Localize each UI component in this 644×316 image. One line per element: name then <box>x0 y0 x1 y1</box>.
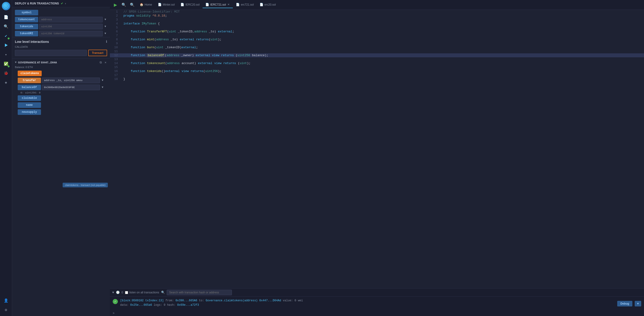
home-tab-icon: 🏠 <box>140 3 144 6</box>
tokenuri-fn-row: tokenURI ▼ <box>12 30 110 37</box>
name-button[interactable]: name <box>18 102 41 108</box>
check-icon: ✔ <box>61 2 63 5</box>
line-num-8: 8 <box>110 38 122 42</box>
search-icon[interactable]: 🔍 <box>2 22 10 31</box>
code-editor[interactable]: 1 // SPDX-License-Identifier: MIT 2 prag… <box>110 10 644 288</box>
line-num-16: 16 <box>110 69 122 73</box>
debug-button[interactable]: Debug <box>617 301 632 306</box>
transfer-chevron-icon[interactable]: ▼ <box>101 79 104 82</box>
compile-icon[interactable]: ✔ <box>2 32 10 40</box>
line-code-1: // SPDX-License-Identifier: MIT <box>122 10 644 14</box>
code-line-18: 18 } <box>110 77 644 81</box>
newsupply-button[interactable]: newsupply <box>18 109 41 115</box>
plugin-icon[interactable]: ✦ <box>2 50 10 59</box>
balanceof-fn-row: balanceOf ▼ <box>15 84 107 91</box>
line-num-3: 3 <box>110 18 122 22</box>
analysis-icon[interactable]: ◈ <box>2 78 10 87</box>
logo-icon[interactable] <box>2 2 10 10</box>
line-num-14: 14 <box>110 61 122 65</box>
low-level-title: Low level interactions <box>15 40 49 44</box>
clock-icon: 🕐 <box>116 290 120 294</box>
balanceof-input[interactable] <box>42 85 100 90</box>
newsupply-fn-row: newsupply <box>15 109 107 116</box>
code-line-2: 2 pragma solidity ^0.8.18; <box>110 14 644 18</box>
code-line-13: 13 <box>110 57 644 61</box>
copy-address-icon[interactable]: ⧉ <box>99 61 102 64</box>
tab-ierc20[interactable]: 📄 IERC20.sol <box>178 2 202 8</box>
tokencount-chevron-icon[interactable]: ▼ <box>104 18 107 21</box>
deployed-chevron-icon[interactable]: ▼ <box>15 61 16 64</box>
line-code-18: } <box>122 77 644 81</box>
claimtokens-wrapper: claimtokens claimtokens - transact (not … <box>15 70 107 77</box>
bottom-search-icon: 🔍 <box>161 290 165 294</box>
tx-success-icon: ✓ <box>113 299 118 304</box>
transact-button[interactable]: Transact <box>88 50 107 56</box>
line-code-11 <box>122 49 644 53</box>
settings-icon[interactable]: ⚙ <box>2 306 10 314</box>
line-code-8: function mint(address _to) external retu… <box>122 38 644 42</box>
claimtokens-button[interactable]: claimtokens <box>18 71 42 76</box>
tx-search-input[interactable] <box>167 290 232 295</box>
symbol-button[interactable]: symbol <box>15 10 38 15</box>
close-deployed-icon[interactable]: ✕ <box>104 61 107 64</box>
line-num-1: 1 <box>110 10 122 14</box>
tab-bar: 🏠 Home 📄 Minter.sol 📄 IERC20.sol 📄 IERC7… <box>137 2 642 8</box>
listen-row: listen on all transactions <box>125 291 159 294</box>
listen-checkbox[interactable] <box>125 291 128 294</box>
transfer-input[interactable] <box>42 78 100 83</box>
expand-tx-button[interactable]: ▼ <box>635 301 641 306</box>
line-code-4: interface IMyToken { <box>122 22 644 26</box>
deploy-icon[interactable] <box>2 41 10 49</box>
line-code-16: function tokenids()external view returns… <box>122 69 644 73</box>
tab-ierc721[interactable]: 📄 IERC721.sol ✕ <box>202 2 233 8</box>
tokencount-button[interactable]: tokencount <box>15 17 38 22</box>
low-level-info-icon[interactable]: ℹ <box>106 40 107 44</box>
claimtokens-tooltip: claimtokens - transact (not payable) <box>63 183 108 187</box>
line-code-10: function burn(uint _tokenID)external; <box>122 46 644 49</box>
tx-data-info: data: 0x25e...665a6 logs: 0 hash: 0x69e.… <box>120 303 199 307</box>
tab-home[interactable]: 🏠 Home <box>137 2 155 8</box>
transfer-button[interactable]: transfer <box>18 78 41 83</box>
deployed-contract-header: ▼ GOVERNANCE AT 0X447...D04A ⧉ ✕ <box>15 61 107 64</box>
line-num-6: 6 <box>110 30 122 34</box>
deploy-run-title: DEPLOY & RUN TRANSACTIONS <box>15 2 59 5</box>
bottom-collapse-icon[interactable]: ▼ <box>112 291 114 294</box>
code-line-14: 14 function tokencount(address account) … <box>110 61 644 65</box>
balanceof-chevron-icon[interactable]: ▼ <box>101 86 104 89</box>
line-num-15: 15 <box>110 65 122 69</box>
line-code-15 <box>122 65 644 69</box>
close-ierc721-tab-icon[interactable]: ✕ <box>227 3 230 6</box>
claimable-button[interactable]: claimable <box>18 95 41 101</box>
user-icon[interactable]: 👤 <box>2 296 10 305</box>
expand-arrow-icon[interactable]: › <box>65 2 66 5</box>
calldata-input[interactable] <box>15 50 87 56</box>
balanceof-button[interactable]: balanceOf <box>18 85 41 90</box>
svg-marker-2 <box>5 44 8 47</box>
tab-erc721[interactable]: 📄 erc721.sol <box>233 2 256 8</box>
tab-erc20[interactable]: 📄 erc20.sol <box>257 2 279 8</box>
tokenuri-button[interactable]: tokenURI <box>15 31 38 36</box>
tokenids-button[interactable]: tokenids <box>15 24 38 29</box>
zoom-in-button[interactable]: 🔍 <box>128 1 136 9</box>
tokenuri-chevron-icon[interactable]: ▼ <box>104 32 107 35</box>
code-line-1: 1 // SPDX-License-Identifier: MIT <box>110 10 644 14</box>
code-line-5: 5 <box>110 26 644 30</box>
transfer-fn-row: transfer ▼ <box>15 77 107 84</box>
tokenuri-input[interactable] <box>39 31 103 36</box>
tokenids-input[interactable] <box>39 24 103 29</box>
code-line-11: 11 <box>110 49 644 53</box>
line-num-9: 9 <box>110 42 122 46</box>
code-line-16: 16 function tokenids()external view retu… <box>110 69 644 73</box>
zoom-out-button[interactable]: 🔍 <box>120 1 128 9</box>
files-icon[interactable]: 📄 <box>2 13 10 22</box>
test-icon[interactable]: ✅ <box>2 60 10 68</box>
run-button[interactable]: ▶ <box>112 1 119 9</box>
tab-home-label: Home <box>144 3 152 6</box>
debug-icon[interactable]: 🐞 <box>2 69 10 77</box>
tokenids-chevron-icon[interactable]: ▼ <box>104 25 107 28</box>
tokencount-input[interactable] <box>39 17 103 22</box>
calldata-row: Transact <box>15 50 107 56</box>
top-toolbar: ▶ 🔍 🔍 🏠 Home 📄 Minter.sol 📄 IERC20.sol 📄… <box>110 0 644 10</box>
line-code-14: function tokencount(address account) ext… <box>122 61 644 65</box>
tab-minter[interactable]: 📄 Minter.sol <box>155 2 178 8</box>
